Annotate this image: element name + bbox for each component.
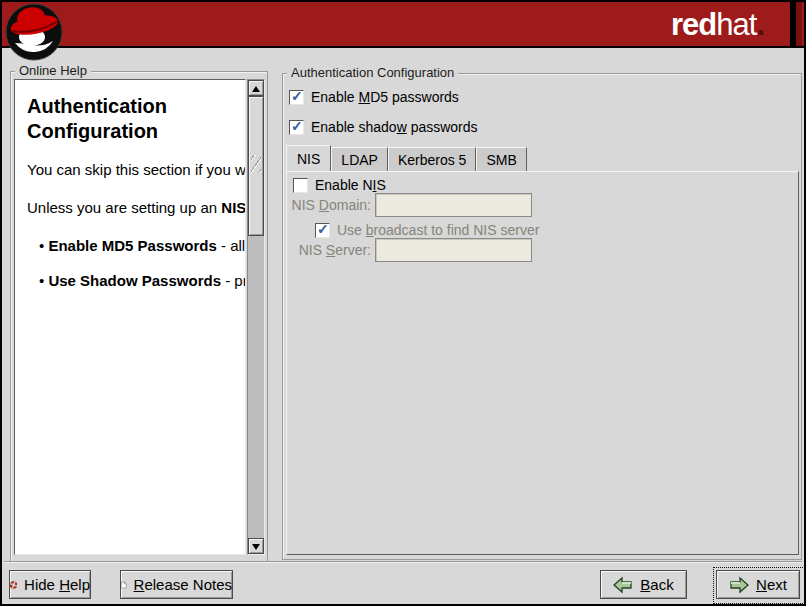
help-title: Authentication Configuration <box>27 94 239 144</box>
enable-nis-checkbox[interactable] <box>293 178 308 193</box>
online-help-frame-label: Online Help <box>15 63 91 78</box>
tab-smb[interactable]: SMB <box>476 147 526 171</box>
authentication-configuration-frame: Authentication Configuration Enable MD5 … <box>282 73 802 560</box>
help-bullet: • Use Shadow Passwords - provides a very… <box>39 271 239 291</box>
banner-edge-decoration <box>796 2 802 46</box>
scrollbar-thumb[interactable] <box>248 96 264 236</box>
back-arrow-icon <box>613 576 633 594</box>
broadcast-checkbox <box>315 223 330 238</box>
md5-checkbox[interactable] <box>289 90 304 105</box>
online-help-frame: Online Help Authentication Configuration… <box>10 71 268 562</box>
nis-tab-page: Enable NIS NIS Domain: Use broadcast to … <box>286 171 799 555</box>
arrow-down-icon <box>252 544 260 550</box>
shadow-checkbox[interactable] <box>289 120 304 135</box>
nis-domain-label: NIS Domain: <box>289 197 371 213</box>
scrollbar-down-button[interactable] <box>248 538 264 554</box>
help-scrollbar[interactable] <box>247 79 265 555</box>
brand-wordmark: redhat. <box>671 7 764 43</box>
release-notes-button[interactable]: Release Notes <box>120 570 233 599</box>
tab-nis[interactable]: NIS <box>286 145 331 171</box>
top-banner: redhat. <box>2 2 804 48</box>
scrollbar-grip-icon <box>251 155 261 173</box>
tab-kerberos5[interactable]: Kerberos 5 <box>388 147 476 171</box>
auth-tab-bar: NIS LDAP Kerberos 5 SMB <box>286 147 527 171</box>
tab-ldap[interactable]: LDAP <box>331 147 388 171</box>
back-label: Back <box>640 576 673 593</box>
nis-domain-field <box>375 193 532 217</box>
hide-help-label: Hide Help <box>24 576 90 593</box>
life-preserver-icon <box>10 576 17 594</box>
help-scroll-viewport[interactable]: Authentication Configuration You can ski… <box>14 79 246 555</box>
release-notes-label: Release Notes <box>134 576 232 593</box>
scrollbar-up-button[interactable] <box>248 80 264 96</box>
nis-server-field <box>375 238 532 262</box>
next-label: Next <box>756 576 787 593</box>
help-paragraph: You can skip this section if you will no… <box>27 160 239 180</box>
redhat-logo-icon <box>5 3 63 61</box>
enable-nis-label[interactable]: Enable NIS <box>315 177 386 193</box>
shadow-label[interactable]: Enable shadow passwords <box>311 119 478 135</box>
installer-window: redhat. Online Help Authentication Confi… <box>0 0 806 606</box>
back-button[interactable]: Back <box>600 570 687 599</box>
help-paragraph: Unless you are setting up an NIS passwor… <box>27 198 239 218</box>
help-bullet: • Enable MD5 Passwords - allows a long p… <box>39 236 239 256</box>
authentication-configuration-frame-label: Authentication Configuration <box>287 65 458 80</box>
next-button[interactable]: Next <box>716 570 800 599</box>
md5-label[interactable]: Enable MD5 passwords <box>311 89 459 105</box>
nis-server-label: NIS Server: <box>289 242 371 258</box>
document-icon <box>121 576 127 594</box>
arrow-up-icon <box>252 86 260 92</box>
footer-separator <box>4 561 802 563</box>
help-content: Authentication Configuration You can ski… <box>15 80 245 291</box>
broadcast-label: Use broadcast to find NIS server <box>337 222 539 238</box>
next-arrow-icon <box>729 576 749 594</box>
hide-help-button[interactable]: Hide Help <box>9 570 91 599</box>
